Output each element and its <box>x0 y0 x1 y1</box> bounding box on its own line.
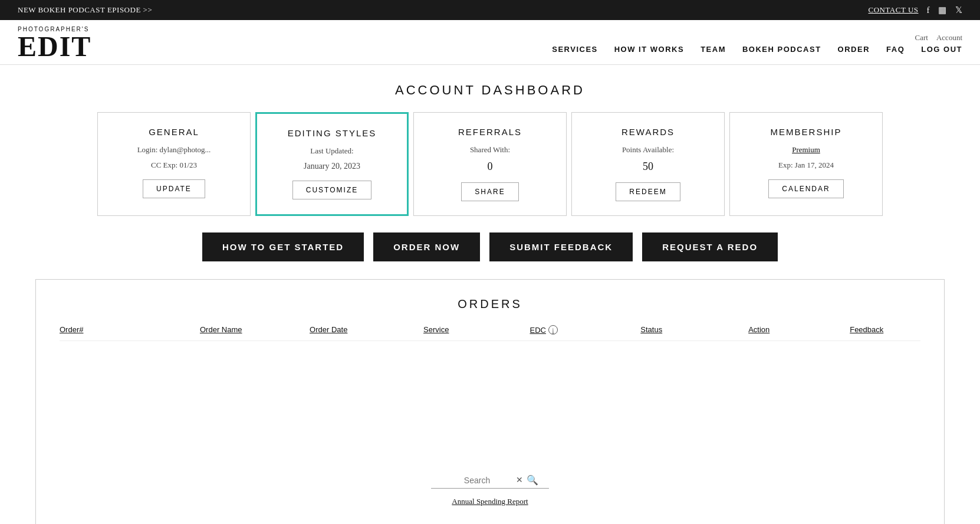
twitter-icon[interactable]: 𝕏 <box>955 5 963 15</box>
share-button[interactable]: SHARE <box>461 182 518 201</box>
nav-faq[interactable]: FAQ <box>886 45 905 54</box>
card-general-login: Login: dylan@photog... <box>137 145 211 155</box>
card-editing-styles: EDITING STYLES Last Updated: January 20,… <box>255 112 409 216</box>
calendar-button[interactable]: CALENDAR <box>768 179 843 198</box>
col-order-name[interactable]: Order Name <box>167 325 275 335</box>
card-editing-styles-title: EDITING STYLES <box>288 128 377 138</box>
request-redo-button[interactable]: REQUEST A REDO <box>642 232 778 261</box>
header-right: Cart Account SERVICES HOW IT WORKS TEAM … <box>552 33 962 54</box>
logo[interactable]: PHOTOGRAPHER'S EDIT <box>18 26 91 61</box>
card-general-title: GENERAL <box>149 127 199 137</box>
logo-main-text: EDIT <box>18 32 91 61</box>
redeem-button[interactable]: REDEEM <box>616 182 680 201</box>
submit-feedback-button[interactable]: SUBMIT FEEDBACK <box>489 232 633 261</box>
edc-info-icon[interactable]: i <box>548 325 558 335</box>
orders-title: ORDERS <box>60 297 920 311</box>
card-exp-label: Exp: Jan 17, 2024 <box>778 161 834 170</box>
col-action[interactable]: Action <box>705 325 813 335</box>
dashboard-title: ACCOUNT DASHBOARD <box>35 83 945 98</box>
card-general: GENERAL Login: dylan@photog... CC Exp: 0… <box>97 112 251 216</box>
col-order-number[interactable]: Order# <box>60 325 167 335</box>
header-top-links: Cart Account <box>915 33 962 42</box>
facebook-icon[interactable]: f <box>927 5 930 15</box>
col-edc[interactable]: EDC i <box>490 325 598 335</box>
card-points-value: 50 <box>643 161 653 173</box>
membership-tier-link[interactable]: Premium <box>792 145 820 155</box>
col-order-date[interactable]: Order Date <box>275 325 383 335</box>
nav-services[interactable]: SERVICES <box>552 45 598 54</box>
search-row: ✕ 🔍 <box>431 474 549 489</box>
search-input[interactable] <box>442 476 512 485</box>
card-membership-title: MEMBERSHIP <box>771 127 842 137</box>
clear-search-icon[interactable]: ✕ <box>516 475 523 485</box>
card-general-cc: CC Exp: 01/23 <box>151 161 197 170</box>
site-header: PHOTOGRAPHER'S EDIT Cart Account SERVICE… <box>0 20 980 65</box>
announcement-bar: NEW BOKEH PODCAST EPISODE >> CONTACT US … <box>0 0 980 20</box>
nav-how-it-works[interactable]: HOW IT WORKS <box>614 45 684 54</box>
col-service[interactable]: Service <box>383 325 491 335</box>
social-links: CONTACT US f ▦ 𝕏 <box>869 5 962 15</box>
order-now-button[interactable]: ORDER NOW <box>373 232 480 261</box>
nav-team[interactable]: TEAM <box>701 45 726 54</box>
card-last-updated-label: Last Updated: <box>310 146 353 156</box>
nav-logout[interactable]: LOG OUT <box>921 45 962 54</box>
card-referrals-title: REFERRALS <box>458 127 522 137</box>
card-membership: MEMBERSHIP Premium Exp: Jan 17, 2024 CAL… <box>729 112 883 216</box>
nav-bokeh-podcast[interactable]: BOKEH PODCAST <box>742 45 821 54</box>
card-rewards-title: REWARDS <box>621 127 675 137</box>
card-shared-label: Shared With: <box>470 145 510 155</box>
card-last-updated-value: January 20, 2023 <box>304 162 360 171</box>
orders-section: ORDERS Order# Order Name Order Date Serv… <box>35 279 945 524</box>
how-to-get-started-button[interactable]: HOW TO GET STARTED <box>202 232 364 261</box>
search-area: ✕ 🔍 Annual Spending Report <box>60 474 920 506</box>
nav-order[interactable]: ORDER <box>838 45 870 54</box>
main-nav: SERVICES HOW IT WORKS TEAM BOKEH PODCAST… <box>552 45 962 54</box>
account-link[interactable]: Account <box>936 33 962 42</box>
orders-empty-area <box>60 351 920 469</box>
card-rewards: REWARDS Points Available: 50 REDEEM <box>571 112 725 216</box>
card-referrals: REFERRALS Shared With: 0 SHARE <box>413 112 567 216</box>
action-buttons: HOW TO GET STARTED ORDER NOW SUBMIT FEED… <box>35 232 945 261</box>
customize-button[interactable]: CUSTOMIZE <box>292 181 371 199</box>
card-points-label: Points Available: <box>622 145 674 155</box>
orders-table-header: Order# Order Name Order Date Service EDC… <box>60 325 920 341</box>
contact-link[interactable]: CONTACT US <box>869 5 919 15</box>
update-button[interactable]: UPDATE <box>143 179 205 198</box>
cards-row: GENERAL Login: dylan@photog... CC Exp: 0… <box>35 112 945 216</box>
announcement-text[interactable]: NEW BOKEH PODCAST EPISODE >> <box>18 5 152 15</box>
main-content: ACCOUNT DASHBOARD GENERAL Login: dylan@p… <box>0 65 980 524</box>
col-status[interactable]: Status <box>598 325 706 335</box>
instagram-icon[interactable]: ▦ <box>938 5 947 15</box>
card-shared-value: 0 <box>488 161 493 173</box>
cart-link[interactable]: Cart <box>915 33 928 42</box>
annual-spending-link[interactable]: Annual Spending Report <box>452 497 528 506</box>
search-icon[interactable]: 🔍 <box>527 474 538 486</box>
col-feedback[interactable]: Feedback <box>813 325 921 335</box>
